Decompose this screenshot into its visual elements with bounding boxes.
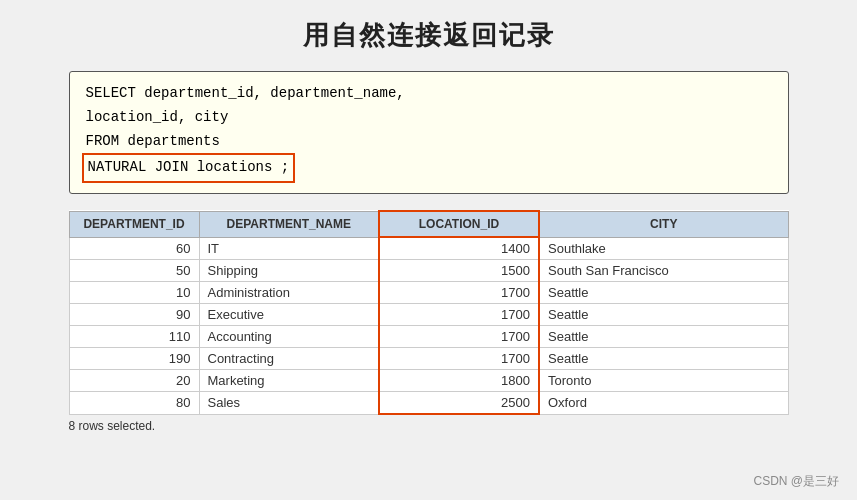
table-header-row: DEPARTMENT_ID DEPARTMENT_NAME LOCATION_I… <box>69 211 788 237</box>
cell-city: Oxford <box>539 392 788 415</box>
col-header-loc-id: LOCATION_ID <box>379 211 539 237</box>
cell-dept-id: 20 <box>69 370 199 392</box>
code-line-2: location_id, city <box>86 106 772 130</box>
cell-dept-id: 10 <box>69 282 199 304</box>
cell-loc-id: 1700 <box>379 282 539 304</box>
cell-dept-name: Marketing <box>199 370 379 392</box>
col-header-dept-name: DEPARTMENT_NAME <box>199 211 379 237</box>
cell-loc-id: 1400 <box>379 237 539 260</box>
col-header-dept-id: DEPARTMENT_ID <box>69 211 199 237</box>
code-line-3: FROM departments <box>86 130 772 154</box>
cell-city: Seattle <box>539 326 788 348</box>
page-wrapper: 用自然连接返回记录 SELECT department_id, departme… <box>0 0 857 500</box>
table-body: 60 IT 1400 Southlake 50 Shipping 1500 So… <box>69 237 788 414</box>
cell-dept-name: Shipping <box>199 260 379 282</box>
code-line-1: SELECT department_id, department_name, <box>86 82 772 106</box>
cell-dept-id: 90 <box>69 304 199 326</box>
cell-dept-name: Administration <box>199 282 379 304</box>
results-table-container: DEPARTMENT_ID DEPARTMENT_NAME LOCATION_I… <box>69 210 789 433</box>
results-table: DEPARTMENT_ID DEPARTMENT_NAME LOCATION_I… <box>69 210 789 415</box>
cell-loc-id: 1500 <box>379 260 539 282</box>
cell-city: South San Francisco <box>539 260 788 282</box>
cell-city: Toronto <box>539 370 788 392</box>
cell-loc-id: 1800 <box>379 370 539 392</box>
cell-dept-name: Accounting <box>199 326 379 348</box>
code-line-4: NATURAL JOIN locations ; <box>86 153 772 183</box>
cell-loc-id: 1700 <box>379 326 539 348</box>
table-row: 10 Administration 1700 Seattle <box>69 282 788 304</box>
cell-dept-name: Contracting <box>199 348 379 370</box>
cell-dept-id: 60 <box>69 237 199 260</box>
cell-city: Seattle <box>539 282 788 304</box>
page-title: 用自然连接返回记录 <box>303 18 555 53</box>
cell-loc-id: 1700 <box>379 348 539 370</box>
cell-dept-id: 80 <box>69 392 199 415</box>
table-row: 80 Sales 2500 Oxford <box>69 392 788 415</box>
watermark: CSDN @是三好 <box>753 473 839 490</box>
col-header-city: CITY <box>539 211 788 237</box>
code-block: SELECT department_id, department_name, l… <box>69 71 789 194</box>
table-row: 50 Shipping 1500 South San Francisco <box>69 260 788 282</box>
table-row: 190 Contracting 1700 Seattle <box>69 348 788 370</box>
table-row: 110 Accounting 1700 Seattle <box>69 326 788 348</box>
cell-city: Southlake <box>539 237 788 260</box>
cell-dept-id: 110 <box>69 326 199 348</box>
cell-dept-id: 190 <box>69 348 199 370</box>
cell-dept-name: Sales <box>199 392 379 415</box>
cell-loc-id: 1700 <box>379 304 539 326</box>
cell-loc-id: 2500 <box>379 392 539 415</box>
table-row: 20 Marketing 1800 Toronto <box>69 370 788 392</box>
cell-dept-id: 50 <box>69 260 199 282</box>
rows-note: 8 rows selected. <box>69 419 789 433</box>
table-row: 90 Executive 1700 Seattle <box>69 304 788 326</box>
highlight-natural-join: NATURAL JOIN locations ; <box>82 153 296 183</box>
cell-dept-name: IT <box>199 237 379 260</box>
cell-dept-name: Executive <box>199 304 379 326</box>
table-row: 60 IT 1400 Southlake <box>69 237 788 260</box>
cell-city: Seattle <box>539 304 788 326</box>
cell-city: Seattle <box>539 348 788 370</box>
